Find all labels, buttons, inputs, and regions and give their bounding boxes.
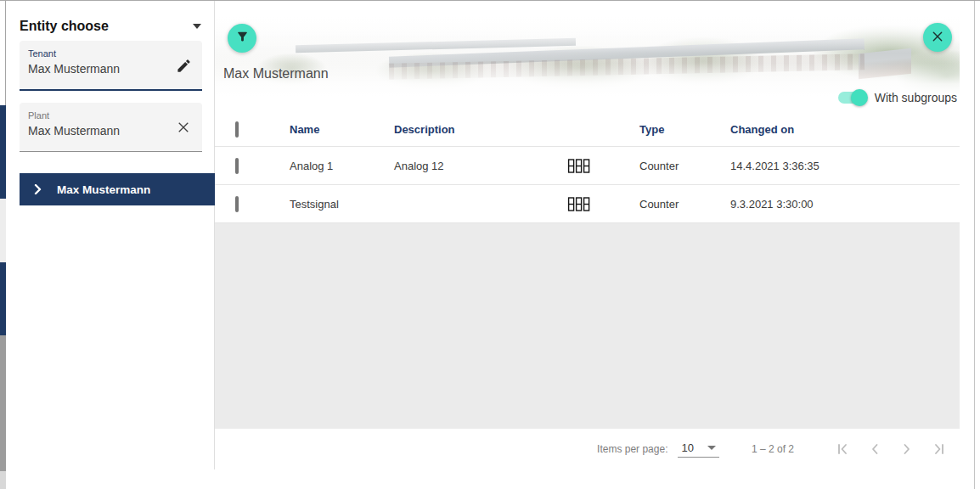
column-header-changed-on[interactable]: Changed on xyxy=(730,123,960,136)
row-select-cell xyxy=(215,198,290,211)
background-page-strip xyxy=(0,1,6,489)
cell-description: Analog 12 xyxy=(394,160,567,172)
previous-page-button[interactable] xyxy=(867,441,882,457)
seven-segment-888-icon xyxy=(567,197,639,211)
tenant-field[interactable]: Tenant Max Mustermann xyxy=(20,41,202,91)
background-segment xyxy=(0,262,6,335)
header-photo xyxy=(215,17,960,97)
plant-field[interactable]: Plant Max Mustermann xyxy=(20,103,202,152)
background-segment xyxy=(0,335,6,471)
signals-table: Name Description Type Changed on Analog … xyxy=(215,112,960,223)
caret-down-icon xyxy=(707,446,716,450)
empty-content-area xyxy=(215,223,960,429)
paginator-buttons xyxy=(818,441,947,457)
table-row[interactable]: Analog 1 Analog 12 Counter 14.4.2021 3:3… xyxy=(215,147,960,185)
filter-funnel-icon xyxy=(235,30,250,47)
window-right-border xyxy=(974,1,975,489)
items-per-page-value: 10 xyxy=(681,441,693,454)
row-checkbox[interactable] xyxy=(235,196,239,212)
close-x-icon xyxy=(931,30,944,46)
tree-item-label: Max Mustermann xyxy=(57,183,150,196)
with-subgroups-toggle[interactable] xyxy=(838,92,867,104)
cell-name: Testsignal xyxy=(290,198,394,211)
sidebar-title: Entity choose xyxy=(20,19,109,34)
close-dialog-button[interactable] xyxy=(923,23,952,52)
cell-type: Counter xyxy=(639,160,730,172)
items-per-page-select[interactable]: 10 xyxy=(678,441,718,458)
column-header-description[interactable]: Description xyxy=(394,123,567,136)
table-row[interactable]: Testsignal Counter 9.3.2021 3:30:00 xyxy=(215,185,960,223)
cell-changed-on: 14.4.2021 3:36:35 xyxy=(730,160,960,172)
plant-label: Plant xyxy=(28,110,49,121)
caret-down-icon[interactable] xyxy=(193,24,201,29)
entity-choose-dialog: Entity choose Tenant Max Mustermann Plan… xyxy=(0,0,980,489)
first-page-button[interactable] xyxy=(835,441,850,457)
background-segment xyxy=(0,105,6,199)
with-subgroups-label: With subgroups xyxy=(875,91,957,104)
filter-button[interactable] xyxy=(228,24,256,53)
items-per-page-label: Items per page: xyxy=(597,443,667,455)
cell-name: Analog 1 xyxy=(290,160,394,172)
column-header-type[interactable]: Type xyxy=(639,123,730,136)
plant-value: Max Mustermann xyxy=(28,124,120,138)
row-checkbox[interactable] xyxy=(235,158,239,174)
cell-changed-on: 9.3.2021 3:30:00 xyxy=(730,198,960,211)
background-segment xyxy=(0,471,6,489)
clear-x-icon[interactable] xyxy=(173,117,194,138)
seven-segment-888-icon xyxy=(567,159,639,173)
sidebar-header: Entity choose xyxy=(20,16,208,37)
last-page-button[interactable] xyxy=(932,441,947,457)
background-segment xyxy=(0,199,6,262)
page-title: Max Mustermann xyxy=(223,66,329,82)
tenant-value: Max Mustermann xyxy=(28,62,120,76)
row-select-cell xyxy=(215,160,290,172)
paginator: Items per page: 10 1 – 2 of 2 xyxy=(215,429,960,469)
table-header-row: Name Description Type Changed on xyxy=(215,112,960,147)
tenant-label: Tenant xyxy=(28,48,56,59)
photo-fade-overlay xyxy=(215,17,960,97)
entity-sidebar: Entity choose Tenant Max Mustermann Plan… xyxy=(7,1,215,469)
select-all-checkbox[interactable] xyxy=(235,121,239,138)
chevron-right-icon xyxy=(33,184,43,194)
next-page-button[interactable] xyxy=(899,441,915,457)
page-range-label: 1 – 2 of 2 xyxy=(752,443,794,455)
column-header-name[interactable]: Name xyxy=(290,123,394,136)
subgroups-toggle-row: With subgroups xyxy=(838,88,957,107)
sidebar-item-max-mustermann[interactable]: Max Mustermann xyxy=(20,173,215,205)
toggle-thumb xyxy=(851,89,868,106)
main-panel: Max Mustermann With subgroups Name Descr… xyxy=(215,1,960,469)
select-all-cell xyxy=(215,123,290,136)
edit-pencil-icon[interactable] xyxy=(173,55,194,76)
cell-type: Counter xyxy=(639,198,730,211)
